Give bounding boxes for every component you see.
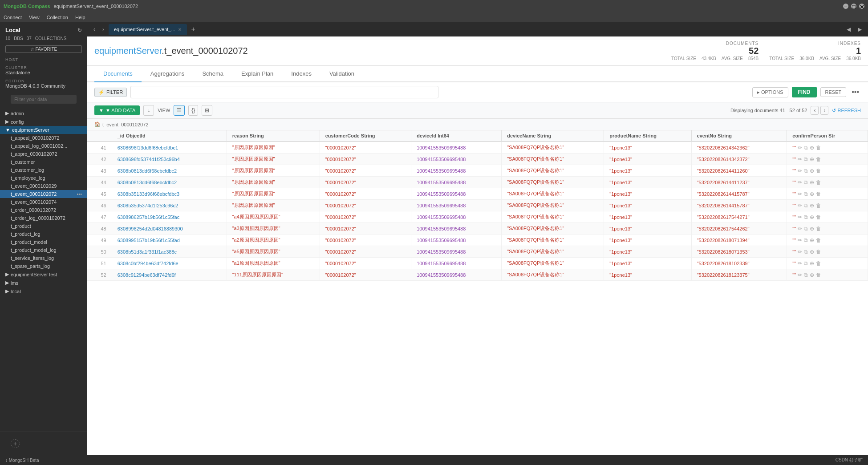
sidebar-item-t-event-29[interactable]: t_event_0000102029 — [0, 182, 87, 190]
cell-id[interactable]: 6308b0813dd6f68ebcfdbc2 — [112, 165, 227, 177]
add-data-button[interactable]: ▼ ▼ ADD DATA — [94, 105, 140, 115]
menu-view[interactable]: View — [29, 15, 40, 20]
delete-icon[interactable]: 🗑 — [816, 191, 821, 197]
col-customer-code[interactable]: customerCode String — [320, 130, 411, 142]
clone-icon[interactable]: ⊕ — [810, 272, 814, 278]
clone-icon[interactable]: ⊕ — [810, 249, 814, 255]
sidebar-item-t-order[interactable]: t_order_0000102072 — [0, 206, 87, 214]
copy-icon[interactable]: ⧉ — [804, 260, 808, 267]
copy-icon[interactable]: ⧉ — [804, 145, 808, 151]
sidebar-item-admin[interactable]: ▶ admin — [0, 109, 87, 117]
edit-icon[interactable]: ✏ — [798, 179, 802, 186]
edit-icon[interactable]: ✏ — [798, 249, 802, 255]
prev-page-button[interactable]: ‹ — [811, 106, 819, 115]
sidebar-item-t-product-log[interactable]: t_product_log — [0, 230, 87, 238]
clone-icon[interactable]: ⊕ — [810, 191, 814, 197]
delete-icon[interactable]: 🗑 — [816, 214, 821, 220]
menu-help[interactable]: Help — [75, 15, 85, 20]
edit-icon[interactable]: ✏ — [798, 145, 802, 151]
col-device-name[interactable]: deviceName String — [502, 130, 604, 142]
cell-id[interactable]: 6308995157b19b56f1c55fad — [112, 235, 227, 246]
clone-icon[interactable]: ⊕ — [810, 237, 814, 243]
copy-icon[interactable]: ⧉ — [804, 249, 808, 255]
clone-icon[interactable]: ⊕ — [810, 156, 814, 162]
sidebar-item-t-appeal[interactable]: t_appeal_0000102072 — [0, 134, 87, 142]
more-icon[interactable]: ••• — [77, 191, 82, 197]
more-options-button[interactable]: ••• — [850, 88, 861, 96]
sidebar-item-local[interactable]: ▶ local — [0, 287, 87, 295]
sidebar-item-config[interactable]: ▶ config — [0, 117, 87, 126]
edit-icon[interactable]: ✏ — [798, 237, 802, 243]
clone-icon[interactable]: ⊕ — [810, 179, 814, 186]
sidebar-item-t-service[interactable]: t_service_items_log — [0, 254, 87, 262]
sidebar-item-t-customer-log[interactable]: t_customer_log — [0, 166, 87, 174]
delete-icon[interactable]: 🗑 — [816, 179, 821, 186]
edit-icon[interactable]: ✏ — [798, 202, 802, 209]
col-product-name[interactable]: productName String — [604, 130, 691, 142]
sidebar-item-equipmentServerTest[interactable]: ▶ equipmentServerTest — [0, 270, 87, 279]
clone-icon[interactable]: ⊕ — [810, 214, 814, 220]
close-button[interactable]: ✕ — [859, 4, 864, 9]
cell-id[interactable]: 6308986257b19b56f1c55fac — [112, 211, 227, 223]
clone-icon[interactable]: ⊕ — [810, 168, 814, 174]
edit-icon[interactable]: ✏ — [798, 156, 802, 162]
sidebar-item-t-product-model[interactable]: t_product_model — [0, 238, 87, 246]
cell-id[interactable]: 6308b35133d96f68ebcfdbc3 — [112, 188, 227, 200]
list-view-button[interactable]: ☰ — [174, 105, 185, 116]
cell-id[interactable]: 6308b35d5374d1f253c96c2 — [112, 200, 227, 211]
find-button[interactable]: FIND — [792, 87, 817, 97]
clone-icon[interactable]: ⊕ — [810, 145, 814, 151]
delete-icon[interactable]: 🗑 — [816, 202, 821, 209]
copy-icon[interactable]: ⧉ — [804, 272, 808, 278]
clone-icon[interactable]: ⊕ — [810, 202, 814, 209]
edit-icon[interactable]: ✏ — [798, 191, 802, 197]
edit-icon[interactable]: ✏ — [798, 214, 802, 220]
cell-id[interactable]: 6308b51d3a1f331f1ac388c — [112, 246, 227, 258]
copy-icon[interactable]: ⧉ — [804, 168, 808, 174]
table-view-button[interactable]: ⊞ — [202, 105, 212, 116]
mongosh-label[interactable]: ↕ MongoSH Beta — [5, 458, 39, 463]
delete-icon[interactable]: 🗑 — [816, 272, 821, 278]
tab-nav-right[interactable]: ▶ — [855, 24, 864, 34]
sidebar-item-t-appro[interactable]: t_appro_0000102072 — [0, 150, 87, 158]
favorite-button[interactable]: ☆ FAVORITE — [5, 45, 82, 53]
filter-input[interactable] — [11, 95, 77, 104]
col-event-no[interactable]: eventNo String — [691, 130, 787, 142]
reset-button[interactable]: RESET — [820, 87, 847, 97]
tab-forward-button[interactable]: › — [100, 24, 107, 34]
main-tab[interactable]: equipmentServer.t_event_... ✕ — [109, 24, 187, 35]
edit-icon[interactable]: ✏ — [798, 272, 802, 278]
next-page-button[interactable]: › — [820, 106, 828, 115]
tab-aggregations[interactable]: Aggregations — [142, 66, 194, 82]
clone-icon[interactable]: ⊕ — [810, 260, 814, 267]
sidebar-item-t-event-72[interactable]: t_event_0000102072 ••• — [0, 190, 87, 198]
json-view-button[interactable]: {} — [188, 105, 198, 116]
add-database-button[interactable]: + — [11, 439, 20, 448]
cell-id[interactable]: 6308696f13dd6f68ebcfdbc1 — [112, 142, 227, 154]
tab-nav-left[interactable]: ◀ — [844, 24, 853, 34]
delete-icon[interactable]: 🗑 — [816, 156, 821, 162]
sidebar-item-t-product[interactable]: t_product — [0, 222, 87, 230]
refresh-button[interactable]: ↺ REFRESH — [832, 108, 861, 113]
sidebar-item-t-employee-log[interactable]: t_employee_log — [0, 174, 87, 182]
copy-icon[interactable]: ⧉ — [804, 237, 808, 243]
col-device-id[interactable]: deviceId Int64 — [411, 130, 502, 142]
cell-id[interactable]: 6308b0813dd6f68ebcfdbc2 — [112, 177, 227, 188]
tab-validation[interactable]: Validation — [320, 66, 363, 82]
edit-icon[interactable]: ✏ — [798, 168, 802, 174]
copy-icon[interactable]: ⧉ — [804, 179, 808, 186]
cell-id[interactable]: 6308c0bf294be63df742fd6e — [112, 258, 227, 269]
cell-id[interactable]: 6308c91294be63df742fd6f — [112, 269, 227, 281]
delete-icon[interactable]: 🗑 — [816, 145, 821, 151]
cell-id[interactable]: 6308696fd5374d1f253c96b4 — [112, 154, 227, 165]
delete-icon[interactable]: 🗑 — [816, 237, 821, 243]
tab-documents[interactable]: Documents — [94, 66, 142, 82]
col-id[interactable]: _id ObjectId — [112, 130, 227, 142]
maximize-button[interactable]: □ — [851, 4, 856, 9]
sidebar-item-t-spare[interactable]: t_spare_parts_log — [0, 262, 87, 270]
delete-icon[interactable]: 🗑 — [816, 226, 821, 232]
col-confirm-person[interactable]: confirmPerson Str — [787, 130, 868, 142]
copy-icon[interactable]: ⧉ — [804, 202, 808, 209]
minimize-button[interactable]: − — [843, 4, 848, 9]
options-button[interactable]: ▸ OPTIONS — [752, 87, 788, 97]
